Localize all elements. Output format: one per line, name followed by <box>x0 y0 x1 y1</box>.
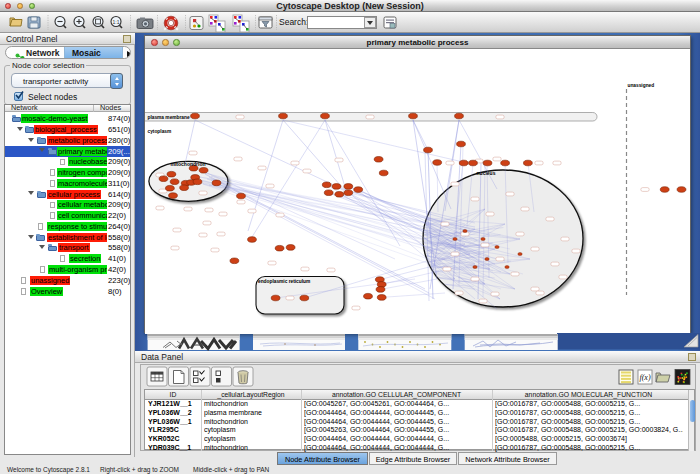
svg-text:f(x): f(x) <box>639 373 650 382</box>
svg-text:nucleus: nucleus <box>477 170 496 176</box>
svg-text:1:1: 1:1 <box>113 19 120 25</box>
svg-text:unassigned: unassigned <box>628 83 655 88</box>
svg-text:plasma membrane: plasma membrane <box>148 115 190 120</box>
svg-text:mitochondrion: mitochondrion <box>171 161 206 167</box>
svg-text:cytoplasm: cytoplasm <box>148 129 172 134</box>
svg-text:endoplasmic reticulum: endoplasmic reticulum <box>258 279 310 284</box>
